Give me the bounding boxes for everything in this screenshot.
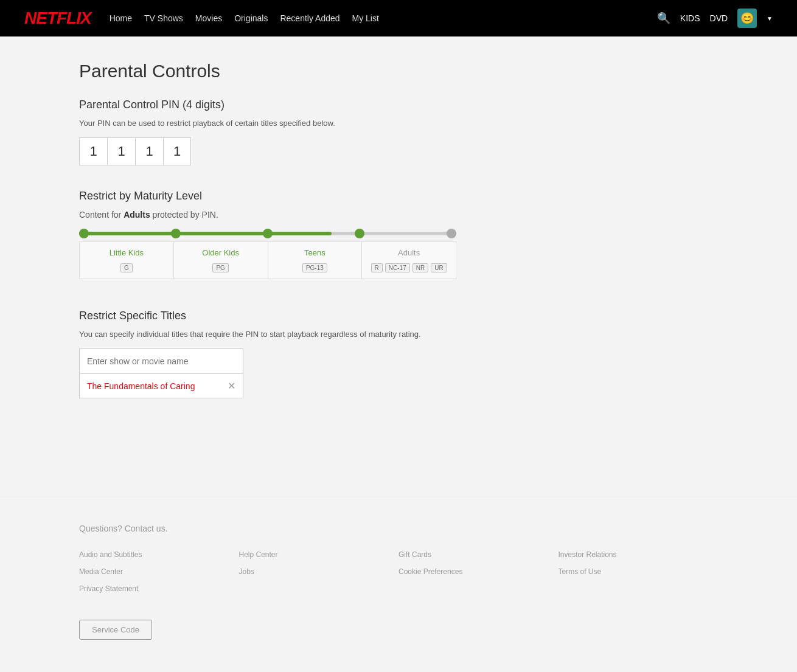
footer-link-jobs[interactable]: Jobs <box>239 565 399 578</box>
search-icon[interactable]: 🔍 <box>657 12 670 25</box>
nav-originals[interactable]: Originals <box>234 13 268 23</box>
rating-pg: PG <box>212 263 228 272</box>
footer-link-help-center[interactable]: Help Center <box>239 548 399 561</box>
slider-track <box>79 232 456 235</box>
maturity-levels: Little Kids G Older Kids PG Teens PG-13 … <box>79 241 456 279</box>
footer-links-grid: Audio and Subtitles Help Center Gift Car… <box>79 548 718 595</box>
footer-link-audio-subtitles[interactable]: Audio and Subtitles <box>79 548 239 561</box>
footer-link-terms-of-use[interactable]: Terms of Use <box>559 565 719 578</box>
maturity-col-little-kids[interactable]: Little Kids G <box>79 241 173 279</box>
maturity-name-adults: Adults <box>398 248 420 257</box>
dot-end <box>447 229 456 238</box>
page-title: Parental Controls <box>79 61 718 81</box>
nav-my-list[interactable]: My List <box>352 13 379 23</box>
footer-link-media-center[interactable]: Media Center <box>79 565 239 578</box>
rating-g: G <box>120 263 133 272</box>
dot-little-kids <box>79 229 89 238</box>
header: NETFLIX Home TV Shows Movies Originals R… <box>0 0 797 36</box>
maturity-name-teens: Teens <box>304 248 325 257</box>
pin-description: Your PIN can be used to restrict playbac… <box>79 119 718 128</box>
nav-home[interactable]: Home <box>110 13 132 23</box>
rating-nr: NR <box>412 263 428 272</box>
slider-dots <box>79 229 456 238</box>
netflix-logo[interactable]: NETFLIX <box>24 9 91 28</box>
restrict-description: You can specify individual titles that r… <box>79 330 718 339</box>
main-nav: Home TV Shows Movies Originals Recently … <box>110 13 379 23</box>
pin-section: Parental Control PIN (4 digits) Your PIN… <box>79 99 718 165</box>
dot-teens <box>263 229 273 238</box>
maturity-col-teens[interactable]: Teens PG-13 <box>268 241 362 279</box>
ratings-teens: PG-13 <box>302 263 327 272</box>
title-search-input[interactable] <box>79 348 243 374</box>
footer-link-privacy-statement[interactable]: Privacy Statement <box>79 582 239 595</box>
pin-digit-1[interactable] <box>79 137 107 165</box>
dot-adults <box>355 229 364 238</box>
pin-digit-4[interactable] <box>163 137 191 165</box>
footer-link-investor-relations[interactable]: Investor Relations <box>559 548 719 561</box>
nav-tv-shows[interactable]: TV Shows <box>144 13 183 23</box>
avatar[interactable]: 😊 <box>737 9 757 28</box>
main-content: Parental Controls Parental Control PIN (… <box>0 36 797 499</box>
rating-ur: UR <box>431 263 447 272</box>
maturity-slider[interactable] <box>79 232 718 235</box>
restricted-title-text: The Fundamentals of Caring <box>87 381 195 391</box>
maturity-name-older-kids: Older Kids <box>202 248 239 257</box>
restricted-title-item: The Fundamentals of Caring ✕ <box>79 374 243 398</box>
rating-nc17: NC-17 <box>385 263 410 272</box>
pin-inputs <box>79 137 718 165</box>
pin-digit-3[interactable] <box>135 137 163 165</box>
maturity-section: Restrict by Maturity Level Content for A… <box>79 190 718 279</box>
dvd-button[interactable]: DVD <box>710 13 728 23</box>
rating-pg13: PG-13 <box>302 263 327 272</box>
footer-questions: Questions? Contact us. <box>79 524 718 533</box>
nav-movies[interactable]: Movies <box>195 13 222 23</box>
header-right: 🔍 KIDS DVD 😊 ▼ <box>657 9 773 28</box>
pin-heading: Parental Control PIN (4 digits) <box>79 99 718 111</box>
maturity-name-little-kids: Little Kids <box>110 248 144 257</box>
restrict-heading: Restrict Specific Titles <box>79 310 718 322</box>
rating-r: R <box>371 263 383 272</box>
footer-link-cookie-preferences[interactable]: Cookie Preferences <box>398 565 559 578</box>
maturity-heading: Restrict by Maturity Level <box>79 190 718 203</box>
ratings-little-kids: G <box>120 263 133 272</box>
nav-recently-added[interactable]: Recently Added <box>280 13 339 23</box>
remove-title-icon[interactable]: ✕ <box>228 380 235 392</box>
footer-link-gift-cards[interactable]: Gift Cards <box>398 548 559 561</box>
restrict-section: Restrict Specific Titles You can specify… <box>79 310 718 398</box>
maturity-col-older-kids[interactable]: Older Kids PG <box>173 241 268 279</box>
pin-digit-2[interactable] <box>107 137 135 165</box>
maturity-description: Content for Adults protected by PIN. <box>79 210 718 220</box>
ratings-adults: R NC-17 NR UR <box>371 263 447 272</box>
dot-older-kids <box>171 229 181 238</box>
maturity-col-adults[interactable]: Adults R NC-17 NR UR <box>361 241 456 279</box>
footer: Questions? Contact us. Audio and Subtitl… <box>0 499 797 658</box>
kids-button[interactable]: KIDS <box>680 13 700 23</box>
service-code-button[interactable]: Service Code <box>79 620 152 640</box>
ratings-older-kids: PG <box>212 263 228 272</box>
profile-dropdown-arrow[interactable]: ▼ <box>767 15 773 22</box>
